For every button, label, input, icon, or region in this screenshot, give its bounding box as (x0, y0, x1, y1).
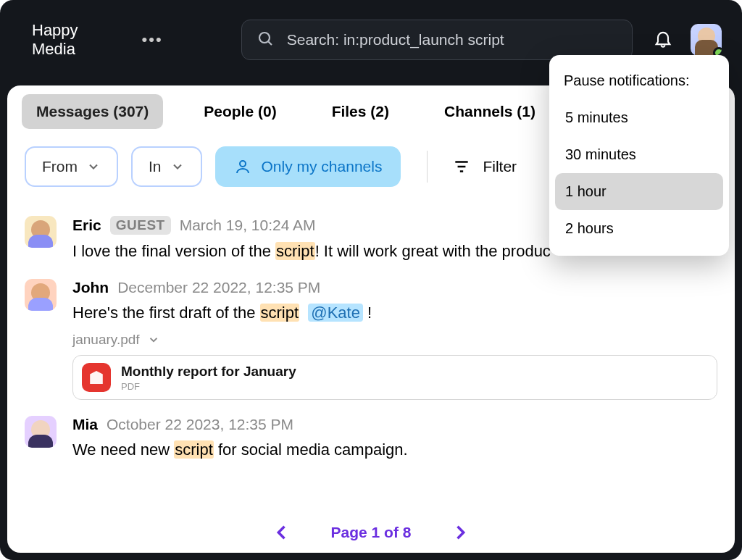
author-name: Mia (72, 416, 98, 433)
file-card[interactable]: Monthly report for January PDF (72, 355, 717, 400)
chevron-down-icon (170, 159, 185, 174)
author-name: Eric (72, 217, 101, 234)
avatar-mia (25, 416, 57, 448)
app-frame: Happy Media ••• Pause notifications: 5 m… (0, 0, 742, 560)
search-wrap (176, 20, 633, 60)
chip-label: Only my channels (262, 158, 383, 175)
tab-channels[interactable]: Channels (1) (430, 94, 550, 129)
message-item[interactable]: John December 22 2022, 12:35 PM Here's t… (25, 269, 717, 406)
file-subtitle: PDF (121, 381, 296, 392)
from-label: From (42, 158, 78, 175)
svg-point-0 (259, 33, 270, 43)
workspace-name[interactable]: Happy Media (32, 21, 125, 59)
filter-icon (452, 157, 471, 176)
separator (427, 151, 428, 183)
pause-5-minutes[interactable]: 5 minutes (555, 99, 723, 136)
timestamp: December 22 2022, 12:35 PM (117, 279, 320, 296)
pause-1-hour[interactable]: 1 hour (555, 173, 723, 210)
in-label: In (149, 158, 162, 175)
highlight: script (260, 304, 300, 322)
more-icon[interactable]: ••• (142, 30, 163, 49)
svg-point-2 (240, 161, 246, 167)
avatar-eric (25, 216, 57, 248)
prev-page-icon[interactable] (272, 522, 292, 543)
message-body: We need new script for social media camp… (72, 438, 717, 461)
timestamp: October 22 2023, 12:35 PM (107, 416, 293, 433)
tab-files[interactable]: Files (2) (317, 94, 404, 129)
pause-30-minutes[interactable]: 30 minutes (555, 136, 723, 173)
pdf-icon (82, 363, 111, 392)
svg-line-1 (268, 42, 272, 46)
user-avatar[interactable] (691, 24, 722, 56)
mention[interactable]: @Kate (308, 304, 363, 322)
filter-button[interactable]: Filter (446, 157, 522, 176)
next-page-icon[interactable] (450, 522, 470, 543)
only-my-channels-chip[interactable]: Only my channels (215, 146, 401, 187)
chevron-down-icon (86, 159, 101, 174)
chevron-down-icon (147, 333, 160, 346)
person-icon (234, 158, 251, 175)
message-body: Here's the first draft of the script @Ka… (72, 301, 717, 325)
dropdown-title: Pause notifications: (555, 68, 723, 99)
filter-label: Filter (483, 158, 517, 175)
tab-people[interactable]: People (0) (189, 94, 291, 129)
attachment-toggle[interactable]: january.pdf (72, 332, 717, 348)
in-filter[interactable]: In (131, 146, 202, 187)
highlight: script (174, 440, 214, 459)
highlight: script (275, 242, 315, 260)
bell-icon[interactable] (653, 28, 673, 51)
page-label: Page 1 of 8 (331, 524, 412, 541)
attachment-name: january.pdf (72, 332, 140, 348)
pause-notifications-menu: Pause notifications: 5 minutes 30 minute… (549, 55, 729, 256)
pager: Page 1 of 8 (7, 522, 735, 543)
message-item[interactable]: Mia October 22 2023, 12:35 PM We need ne… (25, 406, 717, 467)
from-filter[interactable]: From (25, 146, 118, 187)
timestamp: March 19, 10:24 AM (180, 217, 316, 234)
search-icon (257, 30, 274, 50)
file-title: Monthly report for January (121, 364, 296, 380)
search-input[interactable] (287, 31, 617, 49)
tab-messages[interactable]: Messages (307) (22, 94, 163, 129)
pause-2-hours[interactable]: 2 hours (555, 210, 723, 247)
avatar-john (25, 279, 57, 311)
guest-badge: GUEST (110, 216, 171, 235)
search-field[interactable] (241, 20, 633, 60)
author-name: John (72, 279, 109, 296)
